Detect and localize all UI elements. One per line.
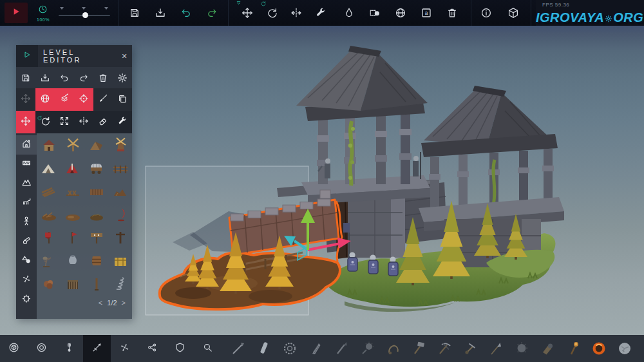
- globe-button[interactable]: [392, 5, 409, 21]
- panel-rotate-button[interactable]: [35, 111, 55, 133]
- object-gold-crate[interactable]: [108, 249, 132, 272]
- page-next-button[interactable]: >: [122, 299, 126, 307]
- object-fence[interactable]: [108, 157, 132, 180]
- object-skull-sign[interactable]: [84, 226, 108, 249]
- move-button[interactable]: [239, 5, 256, 21]
- object-canvas-tent[interactable]: [37, 157, 61, 180]
- panel-redo-button[interactable]: [77, 71, 91, 85]
- object-supply-cart[interactable]: [84, 157, 108, 180]
- object-windmill[interactable]: [61, 133, 84, 157]
- part-grabber[interactable]: [384, 340, 401, 357]
- panel-scale-button[interactable]: [55, 111, 74, 133]
- time-slider[interactable]: [59, 5, 110, 21]
- object-windmill-tower[interactable]: [108, 133, 132, 157]
- part-drill[interactable]: [307, 340, 324, 357]
- part-fireball[interactable]: [591, 340, 608, 357]
- category-mines[interactable]: [16, 290, 37, 309]
- tab-wheels[interactable]: [28, 335, 55, 362]
- object-dry-bush[interactable]: [37, 272, 61, 296]
- time-scale-control[interactable]: 100%: [37, 5, 50, 22]
- object-leaf-pile[interactable]: [84, 203, 108, 226]
- panel-wrench-button[interactable]: [113, 111, 132, 133]
- object-branch-pile[interactable]: [37, 203, 61, 226]
- part-boulder[interactable]: [616, 340, 634, 357]
- part-spiked-ball[interactable]: [513, 340, 531, 357]
- category-buildings[interactable]: [16, 135, 37, 155]
- object-debris[interactable]: [108, 180, 132, 203]
- object-dead-tree[interactable]: [37, 249, 61, 272]
- tab-tools[interactable]: [194, 335, 222, 362]
- part-cannon[interactable]: [539, 340, 556, 357]
- panel-undo-button[interactable]: [57, 71, 71, 85]
- wrench-button[interactable]: [312, 5, 329, 21]
- panel-load-button[interactable]: [38, 71, 52, 85]
- object-log-pile[interactable]: [37, 180, 61, 203]
- part-spike[interactable]: [229, 340, 247, 357]
- category-animals[interactable]: [16, 193, 37, 213]
- panel-brush-button[interactable]: [93, 88, 113, 111]
- panel-duplicate-button[interactable]: [113, 88, 132, 111]
- category-weapons[interactable]: [16, 232, 37, 251]
- object-red-flag[interactable]: [61, 226, 84, 249]
- object-plank-wall[interactable]: [84, 180, 108, 203]
- panel-move-button[interactable]: [16, 111, 35, 133]
- panel-mirror-button[interactable]: [74, 111, 93, 133]
- tab-rods[interactable]: [55, 335, 83, 362]
- rotate-button[interactable]: [263, 5, 280, 21]
- object-wooden-post[interactable]: [84, 272, 108, 296]
- save-button[interactable]: [126, 5, 143, 21]
- page-prev-button[interactable]: <: [99, 299, 102, 307]
- part-flail[interactable]: [358, 340, 375, 357]
- object-stone-jar[interactable]: [61, 249, 84, 272]
- load-button[interactable]: [152, 5, 169, 21]
- part-spear[interactable]: [332, 340, 350, 357]
- info-button[interactable]: [478, 5, 495, 21]
- cube-button[interactable]: [505, 5, 522, 21]
- panel-close-button[interactable]: ✕: [117, 52, 132, 61]
- category-characters[interactable]: [16, 213, 37, 232]
- tab-armor[interactable]: [166, 335, 194, 362]
- tab-connectors[interactable]: [138, 335, 166, 362]
- object-ruined-tent[interactable]: [84, 133, 108, 157]
- cube-sphere-button[interactable]: [366, 5, 383, 21]
- paint-droplet-button[interactable]: [341, 5, 357, 21]
- panel-eraser-button[interactable]: [93, 111, 113, 133]
- object-cottage[interactable]: [37, 133, 61, 157]
- object-dirt-mound[interactable]: [61, 203, 84, 226]
- part-hammer[interactable]: [410, 340, 427, 357]
- object-red-crescent[interactable]: [108, 203, 132, 226]
- panel-spawn-target-button[interactable]: [74, 88, 93, 111]
- slider-thumb[interactable]: [82, 12, 88, 18]
- part-crossbow[interactable]: [436, 340, 453, 357]
- object-red-tent[interactable]: [61, 157, 84, 180]
- category-props[interactable]: [16, 251, 37, 271]
- tab-blocks[interactable]: [0, 335, 28, 362]
- part-pike[interactable]: [488, 340, 505, 357]
- panel-move-vertical-button[interactable]: [16, 88, 35, 111]
- redo-button[interactable]: [204, 5, 220, 21]
- panel-gear-button[interactable]: [115, 71, 129, 85]
- category-terrain[interactable]: [16, 174, 37, 193]
- panel-play-button[interactable]: [16, 45, 38, 67]
- text-box-button[interactable]: a: [418, 5, 435, 21]
- category-walls[interactable]: [16, 155, 37, 174]
- part-torch[interactable]: [565, 340, 582, 357]
- trash-button[interactable]: [444, 5, 460, 21]
- object-red-banner[interactable]: [37, 226, 61, 249]
- object-metal-coil[interactable]: [108, 272, 132, 296]
- object-barricade[interactable]: [61, 180, 84, 203]
- part-circular-saw[interactable]: [281, 340, 298, 357]
- object-cross-post[interactable]: [108, 226, 132, 249]
- tab-flight[interactable]: [111, 335, 138, 362]
- object-barrel[interactable]: [84, 249, 108, 272]
- panel-globe-button[interactable]: [35, 88, 55, 111]
- panel-terrain-paint-button[interactable]: [55, 88, 74, 111]
- mirror-button[interactable]: [288, 5, 305, 21]
- category-windmills[interactable]: [16, 271, 37, 290]
- object-wooden-cage[interactable]: [61, 272, 84, 296]
- part-ballista[interactable]: [462, 340, 479, 357]
- part-metal-blade[interactable]: [255, 340, 272, 357]
- tab-weapons[interactable]: [83, 335, 111, 362]
- undo-button[interactable]: [178, 5, 194, 21]
- panel-save-button[interactable]: [19, 71, 33, 85]
